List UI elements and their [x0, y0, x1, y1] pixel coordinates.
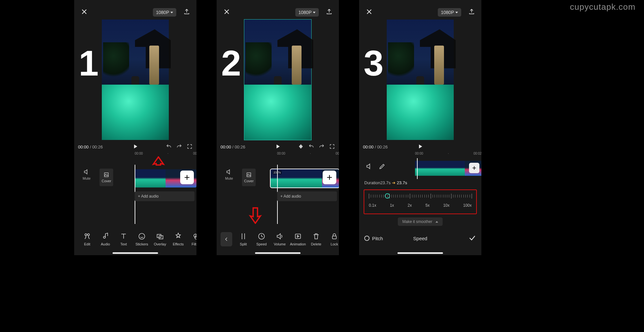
keyframe-button[interactable]: [298, 144, 304, 150]
cover-button[interactable]: Cover: [100, 169, 113, 186]
svg-rect-10: [332, 236, 336, 239]
svg-point-6: [196, 234, 196, 237]
mute-button[interactable]: Mute: [83, 169, 90, 186]
svg-rect-9: [295, 234, 301, 239]
tool-speed[interactable]: Speed: [252, 232, 271, 246]
timeline-ruler: 00:00·00:02·: [359, 152, 481, 158]
resolution-dropdown[interactable]: 1080P: [438, 8, 461, 17]
undo-button[interactable]: [308, 144, 314, 150]
time-total: 00:26: [235, 145, 245, 149]
export-button[interactable]: [183, 8, 190, 16]
tool-effects[interactable]: Effects: [169, 232, 187, 246]
radio-icon: [364, 236, 369, 241]
tool-lock[interactable]: Lock: [325, 232, 339, 246]
add-audio-button[interactable]: + Add audio: [135, 191, 195, 201]
tool-audio[interactable]: Audio: [96, 232, 114, 246]
panel-title: Speed: [413, 236, 427, 241]
svg-point-0: [85, 234, 87, 236]
svg-point-2: [139, 233, 145, 239]
speed-slider-container: 0.1x1x2x5x10x100x: [364, 189, 477, 214]
time-sep: /: [89, 145, 92, 149]
clip-toolbar: Split Speed Volume Animation Delete Lock: [217, 228, 339, 251]
export-button[interactable]: [326, 8, 332, 16]
home-indicator: [255, 252, 301, 254]
watermark-text: cupycutapk.com: [570, 2, 636, 12]
tool-filters[interactable]: Filters: [187, 232, 196, 246]
step-number-1: 1: [79, 42, 99, 84]
fullscreen-button[interactable]: [187, 144, 193, 150]
chevron-down-icon: [313, 12, 315, 13]
timeline-ruler: 00:00·00:02·: [74, 152, 196, 158]
chevron-down-icon: [455, 12, 458, 13]
annotation-arrow: [248, 206, 263, 224]
fullscreen-button[interactable]: [329, 144, 335, 150]
tool-edit[interactable]: Edit: [78, 232, 96, 246]
video-preview[interactable]: [387, 20, 454, 140]
panel-3: 3 1080P 00:00 / 00:26 00:00·00:02· Durat…: [359, 0, 481, 255]
cover-button[interactable]: Cover: [242, 169, 255, 186]
tool-volume[interactable]: Volume: [271, 232, 289, 246]
tool-text[interactable]: Text: [114, 232, 133, 246]
resolution-label: 1080P: [156, 10, 169, 15]
home-indicator: [397, 252, 443, 254]
play-button[interactable]: [275, 144, 281, 150]
close-button[interactable]: [366, 8, 373, 17]
video-preview[interactable]: [102, 20, 169, 140]
time-current: 00:00: [221, 145, 231, 149]
add-media-button[interactable]: [469, 163, 479, 173]
mute-label: Mute: [83, 176, 90, 180]
resolution-dropdown[interactable]: 1080P: [295, 8, 319, 17]
tool-delete[interactable]: Delete: [307, 232, 325, 246]
duration-readout: Duration23.7s➔23.7s: [364, 180, 407, 185]
pitch-toggle[interactable]: Pitch: [364, 236, 383, 241]
time-total: 00:26: [377, 145, 388, 149]
mute-icon[interactable]: [366, 163, 373, 171]
time-current: 00:00: [363, 145, 374, 149]
mute-button[interactable]: Mute: [225, 169, 233, 186]
main-toolbar: Edit Audio Text Stickers Overlay Effects…: [74, 228, 196, 251]
tool-overlay[interactable]: Overlay: [151, 232, 169, 246]
close-button[interactable]: [81, 8, 88, 17]
tool-split[interactable]: Split: [234, 232, 252, 246]
panel-1: 1 1080P 00:00 / 00:26 00:00·00:02· Mute …: [74, 0, 196, 255]
playhead[interactable]: [417, 158, 418, 179]
play-button[interactable]: [417, 144, 423, 150]
svg-point-1: [87, 234, 89, 236]
chevron-up-icon: [436, 221, 438, 223]
redo-button[interactable]: [319, 144, 325, 150]
tool-animation[interactable]: Animation: [289, 232, 307, 246]
annotation-arrow: [151, 156, 166, 174]
confirm-button[interactable]: [468, 234, 476, 243]
add-media-button[interactable]: [323, 171, 336, 184]
tool-stickers[interactable]: Stickers: [133, 232, 151, 246]
home-indicator: [113, 252, 158, 254]
speed-marks: 0.1x1x2x5x10x100x: [369, 203, 472, 208]
panel-2: 2 1080P 00:00 / 00:26 00:00·00:02· Mute …: [217, 0, 339, 255]
time-total: 00:26: [92, 145, 103, 149]
step-number-2: 2: [221, 42, 241, 84]
chevron-down-icon: [170, 12, 173, 13]
play-button[interactable]: [132, 144, 138, 150]
add-audio-button[interactable]: + Add audio: [277, 191, 337, 201]
speed-slider[interactable]: [369, 193, 472, 201]
make-smoother-button[interactable]: Make it smoother: [398, 217, 443, 226]
resolution-dropdown[interactable]: 1080P: [153, 8, 176, 17]
cover-label: Cover: [101, 179, 111, 183]
time-current: 00:00: [78, 145, 89, 149]
export-button[interactable]: [468, 8, 475, 16]
redo-button[interactable]: [176, 144, 182, 150]
close-button[interactable]: [223, 8, 230, 17]
undo-button[interactable]: [166, 144, 172, 150]
toolbar-back-button[interactable]: [221, 232, 232, 246]
video-preview-selected[interactable]: [244, 20, 311, 140]
timeline-ruler: 00:00·00:02·: [217, 152, 339, 158]
edit-cover-icon[interactable]: [379, 163, 386, 171]
add-media-button[interactable]: [180, 171, 194, 184]
step-number-3: 3: [364, 42, 383, 84]
